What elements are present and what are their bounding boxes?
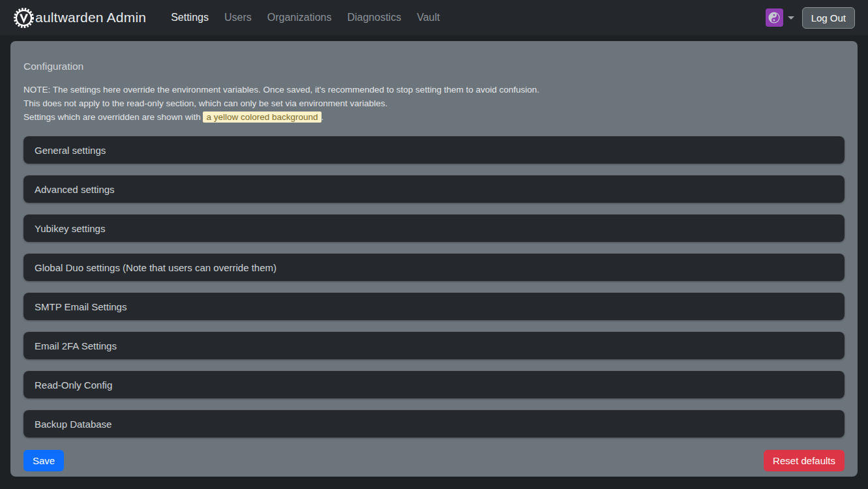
nav-link-settings[interactable]: Settings <box>163 7 217 28</box>
accordion-smtp-settings[interactable]: SMTP Email Settings <box>23 293 845 320</box>
nav-link-organizations[interactable]: Organizations <box>260 7 340 28</box>
note-line-2: This does not apply to the read-only sec… <box>23 96 845 110</box>
nav-link-vault[interactable]: Vault <box>409 7 447 28</box>
accordion-email-2fa-settings[interactable]: Email 2FA Settings <box>23 332 845 359</box>
settings-accordion: General settings Advanced settings Yubik… <box>23 136 845 437</box>
brand-title: aultwarden Admin <box>35 10 146 25</box>
configuration-panel: Configuration NOTE: The settings here ov… <box>10 41 858 477</box>
theme-dropdown-toggle[interactable] <box>764 7 796 28</box>
top-navbar: aultwarden Admin Settings Users Organiza… <box>0 0 868 35</box>
nav-links: Settings Users Organizations Diagnostics… <box>163 12 764 23</box>
brand[interactable]: aultwarden Admin <box>13 7 146 29</box>
note-text: NOTE: The settings here override the env… <box>23 83 845 124</box>
note-line-1: NOTE: The settings here override the env… <box>23 83 845 96</box>
accordion-advanced-settings[interactable]: Advanced settings <box>23 175 845 203</box>
accordion-backup-database[interactable]: Backup Database <box>23 410 845 437</box>
logout-button[interactable]: Log Out <box>802 7 855 29</box>
panel-footer: Save Reset defaults <box>23 450 845 471</box>
nav-link-diagnostics[interactable]: Diagnostics <box>339 7 409 28</box>
accordion-general-settings[interactable]: General settings <box>23 136 845 164</box>
yin-yang-icon <box>766 8 783 27</box>
note-line-3: Settings which are overridden are shown … <box>23 110 845 124</box>
navbar-right: Log Out <box>764 7 855 29</box>
save-button[interactable]: Save <box>23 450 64 471</box>
page-title: Configuration <box>23 61 845 72</box>
nav-link-users[interactable]: Users <box>217 7 260 28</box>
accordion-duo-settings[interactable]: Global Duo settings (Note that users can… <box>23 254 845 281</box>
yellow-highlight-sample: a yellow colored background <box>203 111 321 123</box>
chevron-down-icon <box>788 16 794 20</box>
accordion-yubikey-settings[interactable]: Yubikey settings <box>23 215 845 242</box>
reset-defaults-button[interactable]: Reset defaults <box>764 450 845 471</box>
vaultwarden-logo-icon <box>13 7 35 29</box>
accordion-readonly-config[interactable]: Read-Only Config <box>23 371 845 398</box>
